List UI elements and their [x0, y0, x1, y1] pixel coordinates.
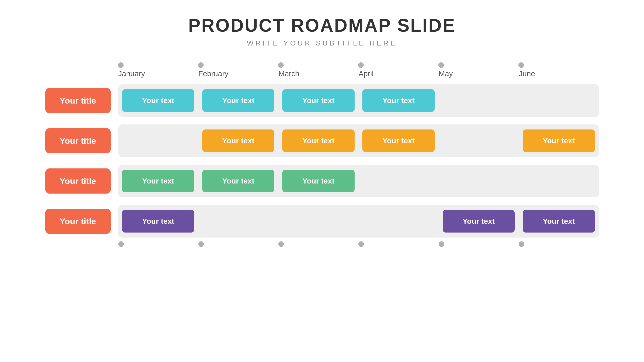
month-label-april: April [358, 69, 373, 78]
subtitle: WRITE YOUR SUBTITLE HERE [188, 39, 456, 47]
grid-line [118, 165, 119, 197]
cell-3-2 [278, 205, 358, 238]
bottom-dot-col-4 [439, 241, 519, 247]
task-box-0-1[interactable]: Your text [202, 89, 274, 112]
month-dot-march [278, 62, 284, 68]
month-col-january: January [118, 62, 198, 78]
row-3: Your titleYour textYour textYour text [45, 201, 599, 241]
grid-line [439, 165, 439, 197]
bottom-dots-row [118, 241, 599, 247]
task-box-1-2[interactable]: Your text [282, 129, 354, 152]
row-content-2: Your textYour textYour text [118, 165, 599, 197]
month-label-march: March [278, 69, 299, 78]
task-box-1-1[interactable]: Your text [202, 129, 274, 152]
grid-line [439, 84, 439, 117]
bottom-dot-col-3 [358, 241, 438, 247]
month-label-january: January [118, 69, 145, 78]
month-dot-april [358, 62, 364, 68]
grid-line [278, 205, 279, 238]
bottom-dot-col-5 [519, 241, 599, 247]
grid-line [118, 205, 119, 238]
cell-3-4: Your text [439, 205, 519, 238]
grid-line [278, 84, 279, 117]
task-box-2-0[interactable]: Your text [122, 170, 194, 192]
cell-2-2: Your text [278, 165, 358, 197]
cell-3-0: Your text [118, 205, 198, 238]
cell-3-1 [198, 205, 278, 238]
grid-line [439, 205, 439, 238]
month-col-may: May [439, 62, 519, 78]
grid-line [358, 165, 359, 197]
cell-2-4 [439, 165, 519, 197]
cell-1-4 [439, 124, 519, 157]
grid-line [118, 84, 119, 117]
cell-1-0 [118, 124, 198, 157]
task-box-3-4[interactable]: Your text [443, 210, 515, 233]
bottom-dot-5 [519, 241, 524, 247]
grid-line [118, 124, 119, 157]
header: PRODUCT ROADMAP SLIDE WRITE YOUR SUBTITL… [188, 15, 456, 47]
task-box-1-5[interactable]: Your text [523, 129, 595, 152]
bottom-dot-col-1 [198, 241, 278, 247]
grid-line [278, 124, 279, 157]
cell-1-3: Your text [358, 124, 438, 157]
cell-2-0: Your text [118, 165, 198, 197]
months-row: JanuaryFebruaryMarchAprilMayJune [118, 62, 599, 78]
row-content-1: Your textYour textYour textYour text [118, 124, 599, 157]
grid-line [519, 84, 519, 117]
grid-line [198, 205, 199, 238]
bottom-dot-1 [198, 241, 204, 247]
grid-line [519, 124, 519, 157]
month-col-april: April [358, 62, 438, 78]
bottom-dot-col-0 [118, 241, 198, 247]
task-box-3-0[interactable]: Your text [122, 210, 194, 233]
bottom-dot-4 [439, 241, 444, 247]
row-content-0: Your textYour textYour textYour text [118, 84, 599, 117]
task-box-2-1[interactable]: Your text [202, 170, 274, 192]
cell-2-3 [358, 165, 438, 197]
main-title: PRODUCT ROADMAP SLIDE [188, 15, 456, 36]
cell-0-2: Your text [278, 84, 358, 117]
task-box-1-3[interactable]: Your text [362, 129, 434, 152]
grid-line [439, 124, 439, 157]
bottom-dot-3 [358, 241, 364, 247]
grid-line [519, 165, 519, 197]
grid-line [358, 205, 359, 238]
task-box-2-2[interactable]: Your text [282, 170, 354, 192]
grid-line [278, 165, 279, 197]
cell-2-1: Your text [198, 165, 278, 197]
rows-wrapper: Your titleYour textYour textYour textYou… [45, 80, 599, 241]
task-box-0-3[interactable]: Your text [362, 89, 434, 112]
row-label-0: Your title [45, 88, 111, 113]
month-label-february: February [198, 69, 229, 78]
cell-0-1: Your text [198, 84, 278, 117]
cell-0-0: Your text [118, 84, 198, 117]
month-dot-february [198, 62, 204, 68]
grid-line [198, 84, 199, 117]
grid-line [519, 205, 519, 238]
task-box-0-2[interactable]: Your text [282, 89, 354, 112]
grid-line [358, 124, 359, 157]
month-col-march: March [278, 62, 358, 78]
bottom-dot-0 [118, 241, 124, 247]
cell-1-2: Your text [278, 124, 358, 157]
cell-1-1: Your text [198, 124, 278, 157]
bottom-dot-col-2 [278, 241, 358, 247]
month-col-february: February [198, 62, 278, 78]
cell-3-3 [358, 205, 438, 238]
grid-line [198, 124, 199, 157]
cell-1-5: Your text [519, 124, 599, 157]
row-2: Your titleYour textYour textYour text [45, 161, 599, 201]
cell-0-3: Your text [358, 84, 438, 117]
task-box-0-0[interactable]: Your text [122, 89, 194, 112]
grid-line [198, 165, 199, 197]
row-1: Your titleYour textYour textYour textYou… [45, 121, 599, 161]
month-dot-january [118, 62, 124, 68]
task-box-3-5[interactable]: Your text [523, 210, 595, 233]
grid-line [358, 84, 359, 117]
roadmap-container: JanuaryFebruaryMarchAprilMayJune Your ti… [45, 62, 599, 247]
month-col-june: June [519, 62, 599, 78]
bottom-dot-2 [278, 241, 284, 247]
month-label-june: June [519, 69, 535, 78]
month-dot-june [518, 62, 524, 68]
